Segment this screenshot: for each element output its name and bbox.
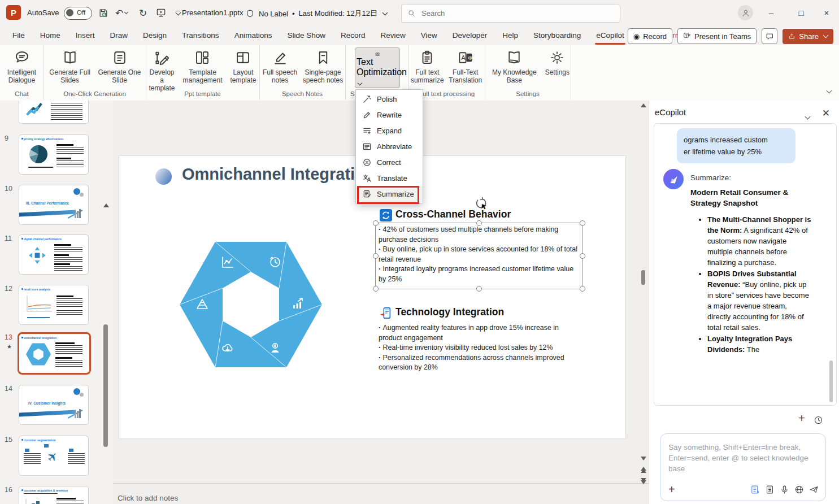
menu-item-correct[interactable]: Correct	[356, 154, 423, 170]
thumbnail-slide-11[interactable]: digital channel performance	[19, 234, 89, 275]
generate-full-slides-button[interactable]: Generate Full Slides	[46, 49, 94, 84]
resize-handle-sw[interactable]	[373, 286, 379, 292]
develop-template-button[interactable]: Develop a template	[147, 49, 177, 92]
tab-file[interactable]: File	[12, 31, 25, 40]
tab-home[interactable]: Home	[40, 31, 60, 40]
last-modified[interactable]: Last Modified: 12月12日	[299, 8, 377, 19]
record-button[interactable]: ◉ Record	[628, 28, 672, 44]
section-heading-technology[interactable]: Technology Integration	[395, 306, 504, 318]
thumbnail-slide-10[interactable]: III. Channel Performance	[19, 185, 89, 225]
panel-collapse-chevron-icon[interactable]	[804, 112, 810, 122]
smart-doc-icon[interactable]	[750, 485, 760, 494]
thumbnail-slide-9[interactable]: pricing strategy effectiveness	[19, 134, 89, 175]
previous-slide-button[interactable]	[641, 467, 646, 473]
notes-placeholder[interactable]: Click to add notes	[118, 494, 178, 502]
tab-developer[interactable]: Developer	[453, 31, 488, 40]
present-in-teams-button[interactable]: Present in Teams	[677, 28, 757, 44]
undo-button[interactable]: ↶	[114, 6, 129, 20]
search-box[interactable]	[401, 4, 620, 23]
tab-review[interactable]: Review	[381, 31, 406, 40]
thumbnail-slide-15[interactable]: customer segmentation ✈	[19, 436, 89, 476]
sensitivity-label[interactable]: No Label	[259, 10, 288, 18]
generate-one-slide-button[interactable]: Generate One Slide	[96, 49, 144, 84]
tab-draw[interactable]: Draw	[110, 31, 128, 40]
single-page-speech-notes-button[interactable]: Single-page speech notes	[302, 49, 344, 84]
thumbnail-slide-14[interactable]: IV. Customer Insights	[19, 385, 89, 425]
layout-template-button[interactable]: Layout template	[228, 49, 258, 84]
resize-handle-n[interactable]	[476, 220, 482, 226]
full-speech-notes-button[interactable]: Full speech notes	[260, 49, 299, 84]
resize-handle-w[interactable]	[373, 253, 379, 259]
tab-record[interactable]: Record	[341, 31, 366, 40]
resize-handle-ne[interactable]	[580, 220, 585, 226]
clipboard-icon[interactable]	[765, 485, 775, 494]
chat-input-box[interactable]: +	[660, 433, 826, 501]
powerpoint-logo-icon[interactable]: P	[6, 5, 21, 20]
resize-handle-se[interactable]	[580, 286, 585, 292]
globe-icon[interactable]	[794, 485, 804, 494]
panel-close-icon[interactable]: ✕	[822, 107, 830, 119]
maximize-button[interactable]: □	[789, 0, 814, 25]
cross-channel-bullets[interactable]: 42% of customers used multiple channels …	[379, 225, 582, 285]
canvas-scrollbar-thumb[interactable]	[641, 270, 645, 285]
history-button[interactable]	[814, 415, 823, 425]
my-knowledge-base-button[interactable]: My Knowledge Base	[486, 49, 543, 84]
resize-handle-nw[interactable]	[373, 220, 379, 226]
tab-animations[interactable]: Animations	[234, 31, 272, 40]
search-input[interactable]	[420, 8, 592, 18]
tab-storyboarding[interactable]: Storyboarding	[533, 31, 581, 40]
menu-item-rewrite[interactable]: Rewrite	[356, 107, 423, 123]
autosave-toggle[interactable]: Off	[64, 7, 92, 20]
notes-divider[interactable]	[113, 483, 649, 484]
slide-title[interactable]: Omnichannel Integration	[182, 165, 375, 184]
collapse-ribbon-button[interactable]	[825, 86, 831, 96]
chat-input[interactable]	[667, 441, 819, 480]
resize-handle-e[interactable]	[580, 253, 585, 259]
conversation-scrollbar-thumb[interactable]	[829, 360, 833, 402]
intelligent-dialogue-button[interactable]: Intelligent Dialogue	[2, 49, 42, 84]
template-management-button[interactable]: Template management	[179, 49, 226, 84]
menu-item-translate[interactable]: Translate	[356, 170, 423, 186]
share-button[interactable]: Share	[783, 29, 833, 44]
attach-button[interactable]: +	[668, 483, 675, 496]
conversation-area[interactable]: ograms increased custom er lifetime valu…	[654, 123, 837, 406]
thumbnail-slide-13-selected[interactable]: omnichannel integration	[18, 332, 91, 375]
resize-handle-s[interactable]	[476, 286, 482, 292]
thumbnail-scroll-up-button[interactable]	[103, 203, 109, 207]
save-button[interactable]	[96, 6, 111, 20]
document-title[interactable]: Presentation1.pptx	[182, 8, 243, 17]
minimize-button[interactable]: –	[759, 0, 784, 25]
section-heading-cross-channel[interactable]: Cross-Channel Behavior	[395, 208, 511, 220]
tab-design[interactable]: Design	[143, 31, 167, 40]
microphone-icon[interactable]	[780, 485, 789, 494]
chevron-down-icon[interactable]	[382, 10, 388, 15]
redo-button[interactable]: ↻	[136, 6, 150, 20]
send-icon[interactable]	[809, 485, 819, 494]
close-button[interactable]: ×	[814, 0, 839, 25]
tab-view[interactable]: View	[421, 31, 437, 40]
menu-item-abbreviate[interactable]: Abbreviate	[356, 138, 423, 154]
thumbnail-scrollbar-thumb[interactable]	[103, 324, 108, 447]
menu-item-expand[interactable]: Expand	[356, 123, 423, 138]
next-slide-button[interactable]	[641, 478, 646, 484]
tab-help[interactable]: Help	[502, 31, 518, 40]
comments-button[interactable]	[762, 28, 777, 44]
tab-transitions[interactable]: Transitions	[182, 31, 219, 40]
text-optimization-button[interactable]: Text Optimization	[355, 47, 400, 88]
canvas-scroll-down-button[interactable]	[641, 457, 646, 460]
menu-item-summarize[interactable]: Summarize	[356, 186, 423, 202]
start-slideshow-button[interactable]	[154, 6, 168, 20]
new-chat-button[interactable]: +	[798, 413, 805, 423]
tab-insert[interactable]: Insert	[76, 31, 95, 40]
canvas-scroll-up-button[interactable]	[641, 103, 646, 107]
account-avatar[interactable]	[738, 5, 753, 20]
thumbnail-slide-12[interactable]: retail store analysis	[19, 285, 89, 325]
technology-bullets[interactable]: Augmented reality features in app drove …	[379, 323, 583, 373]
settings-button[interactable]: Settings	[545, 49, 570, 76]
tab-ecopilot[interactable]: eCopilot	[596, 31, 624, 40]
thumbnail-slide-8-partial[interactable]	[19, 101, 89, 124]
tab-slide-show[interactable]: Slide Show	[287, 31, 325, 40]
hexagon-cycle-diagram[interactable]	[180, 242, 322, 367]
full-text-summarize-button[interactable]: Full text summarize	[410, 49, 445, 84]
menu-item-polish[interactable]: Polish	[356, 91, 423, 107]
